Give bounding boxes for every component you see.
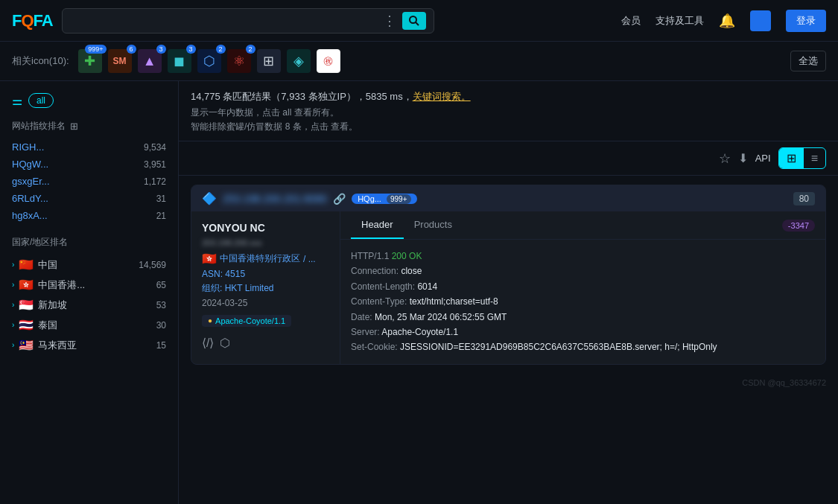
country-count: 15 <box>156 340 166 351</box>
icon-badge-2: 3 <box>156 45 166 54</box>
icon-chip-2[interactable]: ▲ 3 <box>138 49 162 73</box>
country-name: 中国香港特别行政区 <box>220 252 300 265</box>
login-button[interactable]: 登录 <box>786 10 826 32</box>
tab-content-header: HTTP/1.1 200 OKConnection: closeContent-… <box>340 240 825 364</box>
view-toggle: ⊞ ≡ <box>778 147 826 169</box>
icon-chip-6[interactable]: ⊞ <box>257 49 281 73</box>
tag-text: HQg... <box>358 194 381 203</box>
cube-icon[interactable]: ⬡ <box>220 336 230 350</box>
icon-chip-3[interactable]: ◼ 3 <box>168 49 191 73</box>
watermark: CSDN @qq_36334672 <box>179 374 838 392</box>
select-all-button[interactable]: 全选 <box>790 51 826 71</box>
country-more[interactable]: / ... <box>303 254 316 264</box>
view-list-button[interactable]: ≡ <box>804 148 825 168</box>
svg-line-1 <box>416 22 419 25</box>
logo-f: F <box>12 11 21 30</box>
results-sub2: 智能排除蜜罐/仿冒数据 8 条，点击 查看。 <box>191 121 826 133</box>
api-button[interactable]: API <box>755 153 771 164</box>
icon-chip-1[interactable]: SM 6 <box>108 49 132 73</box>
icon-row-label: 相关icon(10): <box>12 54 69 68</box>
sidebar-country-item[interactable]: ›🇹🇭泰国30 <box>12 315 166 335</box>
icon-chip-5[interactable]: ⚛ 2 <box>227 49 251 73</box>
country-count: 30 <box>156 320 166 331</box>
org-value[interactable]: HKT Limited <box>225 283 274 293</box>
tabs-header: Header Products -3347 <box>340 211 825 240</box>
icon-chip-0[interactable]: ✚ 999+ <box>78 49 102 73</box>
header-row: Connection: close <box>351 264 815 278</box>
card-tabs: Header Products -3347 HTTP/1.1 200 OKCon… <box>340 211 825 364</box>
sidebar-country-item[interactable]: ›🇭🇰中国香港...65 <box>12 275 166 295</box>
bell-icon[interactable]: 🔔 <box>719 13 735 29</box>
country-flag: 🇭🇰 <box>19 278 34 292</box>
icon-row: 相关icon(10): ✚ 999+ SM 6 ▲ 3 ◼ 3 ⬡ 2 ⚛ 2 … <box>0 42 838 81</box>
icon-badge-4: 2 <box>216 45 226 54</box>
sidebar-filter-row: ⚌ all <box>12 93 166 108</box>
country-count: 53 <box>156 300 166 310</box>
sidebar-ranking-item[interactable]: 6RLdY...31 <box>12 190 166 207</box>
card-body: YONYOU NC 203.198.200.xxx 🇭🇰 中国香港特别行政区 /… <box>191 211 825 364</box>
sidebar-country-item[interactable]: ›🇨🇳中国14,569 <box>12 255 166 275</box>
sidebar-country-item[interactable]: ›🇲🇾马来西亚15 <box>12 335 166 355</box>
results-header: 14,775 条匹配结果（7,933 条独立IP），5835 ms，关键词搜索。… <box>179 81 838 141</box>
icon-chip-4[interactable]: ⬡ 2 <box>197 49 221 73</box>
card-link-icon[interactable]: 🔗 <box>333 193 346 205</box>
search-options-icon[interactable]: ⋮ <box>383 13 396 29</box>
keyword-link[interactable]: 关键词搜索。 <box>413 91 471 102</box>
chevron-icon: › <box>12 261 14 269</box>
search-bar: body="UClient.dmg" || app="用友-U8-Cloud" … <box>62 8 434 34</box>
icon-badge-0: 999+ <box>85 45 106 54</box>
chevron-icon: › <box>12 341 14 349</box>
sidebar-country-item[interactable]: ›🇸🇬新加坡53 <box>12 295 166 315</box>
sidebar-ranking-title: 网站指纹排名 ⊞ <box>12 120 166 133</box>
code-icon[interactable]: ⟨/⟩ <box>202 336 214 350</box>
card-status-icon: 🔷 <box>202 191 217 205</box>
header-row: HTTP/1.1 200 OK <box>351 249 815 264</box>
tab-products[interactable]: Products <box>404 211 463 239</box>
sidebar-ranking-item[interactable]: hg8xA...21 <box>12 207 166 224</box>
server-label: Apache-Coyote/1.1 <box>215 316 285 325</box>
count-text: 14,775 条匹配结果（7,933 条独立IP），5835 ms， <box>191 91 413 102</box>
sidebar-ranking-item[interactable]: gsxgEr...1,172 <box>12 173 166 190</box>
card-server-tag[interactable]: ● Apache-Coyote/1.1 <box>202 315 291 327</box>
icon-img-diamond: ◈ <box>287 49 311 73</box>
filter-icon[interactable]: ⚌ <box>12 94 22 108</box>
ranking-list: RIGH...9,534HQgW...3,951gsxgEr...1,1726R… <box>12 138 166 224</box>
icon-chip-8[interactable]: ㊗ <box>317 49 340 73</box>
search-input[interactable]: body="UClient.dmg" || app="用友-U8-Cloud" <box>70 15 377 26</box>
avatar[interactable] <box>750 10 771 31</box>
ranking-filter-icon[interactable]: ⊞ <box>70 121 78 132</box>
card-country[interactable]: 🇭🇰 中国香港特别行政区 / ... <box>202 252 329 266</box>
country-count: 14,569 <box>139 260 166 270</box>
all-badge[interactable]: all <box>28 93 54 108</box>
nav-member[interactable]: 会员 <box>621 14 641 28</box>
topnav: FQFA body="UClient.dmg" || app="用友-U8-Cl… <box>0 0 838 42</box>
card-org: 组织: HKT Limited <box>202 282 329 295</box>
asn-value[interactable]: 4515 <box>225 269 245 279</box>
results-toolbar: ☆ ⬇ API ⊞ ≡ <box>179 141 838 176</box>
card-title: YONYOU NC <box>202 222 329 234</box>
logo[interactable]: FQFA <box>12 11 53 31</box>
star-button[interactable]: ☆ <box>719 150 731 167</box>
sidebar-ranking-item[interactable]: HQgW...3,951 <box>12 156 166 173</box>
country-flag: 🇹🇭 <box>19 318 34 332</box>
download-button[interactable]: ⬇ <box>738 151 748 165</box>
tag-badge-num: 999+ <box>387 194 411 204</box>
country-name: 泰国 <box>38 319 57 332</box>
search-button[interactable] <box>402 12 426 30</box>
icon-chip-7[interactable]: ◈ <box>287 49 311 73</box>
nav-support[interactable]: 支持及工具 <box>656 14 704 28</box>
chevron-icon: › <box>12 301 14 309</box>
view-grid-button[interactable]: ⊞ <box>779 148 804 168</box>
tab-header[interactable]: Header <box>351 211 404 239</box>
header-row: Content-Length: 6014 <box>351 279 815 294</box>
logo-q: Q <box>21 11 33 30</box>
country-name: 马来西亚 <box>38 339 77 352</box>
sidebar-ranking-item[interactable]: RIGH...9,534 <box>12 138 166 156</box>
card-tag[interactable]: HQg... 999+ <box>352 194 416 204</box>
icon-badge-3: 3 <box>186 45 196 54</box>
card-num: 80 <box>793 192 815 205</box>
card-ip[interactable]: 253.198.200.201:8080 <box>223 193 327 205</box>
country-flag: 🇭🇰 <box>202 252 217 266</box>
country-list: ›🇨🇳中国14,569›🇭🇰中国香港...65›🇸🇬新加坡53›🇹🇭泰国30›🇲… <box>12 255 166 355</box>
results-sub1: 显示一年内数据，点击 all 查看所有。 <box>191 106 826 119</box>
